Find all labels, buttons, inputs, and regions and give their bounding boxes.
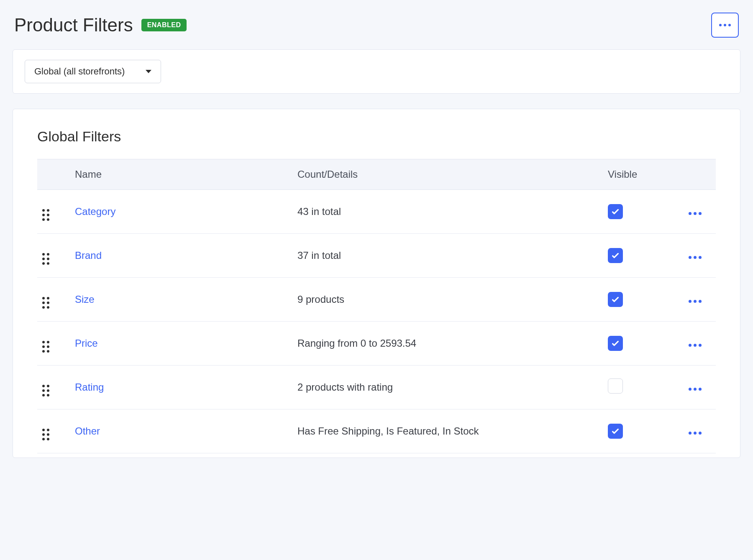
table-row: OtherHas Free Shipping, Is Featured, In … (37, 409, 716, 453)
col-name: Name (75, 159, 292, 190)
visible-checkbox[interactable] (608, 336, 623, 351)
visible-checkbox[interactable] (608, 424, 623, 439)
filter-name-link[interactable]: Size (75, 294, 95, 305)
filter-details: 2 products with rating (297, 381, 393, 393)
drag-handle-icon[interactable] (42, 297, 49, 309)
page-header: Product Filters ENABLED (13, 13, 740, 38)
visible-checkbox[interactable] (608, 204, 623, 219)
table-row: PriceRanging from 0 to 2593.54 (37, 322, 716, 366)
row-more-button[interactable] (689, 256, 702, 259)
drag-handle-icon[interactable] (42, 253, 49, 265)
caret-down-icon (146, 70, 151, 73)
col-actions (674, 159, 716, 190)
scope-card: Global (all storefronts) (13, 49, 740, 94)
check-icon (611, 295, 620, 304)
check-icon (611, 427, 620, 436)
table-row: Size9 products (37, 278, 716, 322)
check-icon (611, 207, 620, 216)
filters-table: Name Count/Details Visible Category43 in… (37, 159, 716, 453)
filter-details: Ranging from 0 to 2593.54 (297, 338, 416, 349)
scope-select-value: Global (all storefronts) (34, 66, 125, 77)
scope-select[interactable]: Global (all storefronts) (25, 60, 161, 83)
row-more-button[interactable] (689, 212, 702, 215)
row-more-button[interactable] (689, 388, 702, 391)
row-more-button[interactable] (689, 344, 702, 347)
filter-details: 43 in total (297, 206, 341, 217)
filter-name-link[interactable]: Brand (75, 250, 102, 261)
filter-details: 9 products (297, 294, 344, 305)
table-row: Category43 in total (37, 190, 716, 234)
visible-checkbox[interactable] (608, 248, 623, 263)
check-icon (611, 339, 620, 348)
visible-checkbox[interactable] (608, 292, 623, 307)
header-left: Product Filters ENABLED (14, 15, 187, 36)
filter-name-link[interactable]: Other (75, 425, 100, 437)
page-more-button[interactable] (711, 13, 739, 38)
visible-checkbox[interactable] (608, 378, 623, 394)
filters-panel: Global Filters Name Count/Details Visibl… (13, 109, 740, 458)
col-handle (37, 159, 75, 190)
drag-handle-icon[interactable] (42, 429, 49, 440)
row-more-button[interactable] (689, 300, 702, 303)
table-row: Rating2 products with rating (37, 366, 716, 409)
filter-details: 37 in total (297, 250, 341, 261)
check-icon (611, 251, 620, 260)
table-row: Brand37 in total (37, 234, 716, 278)
table-header-row: Name Count/Details Visible (37, 159, 716, 190)
more-icon (719, 24, 731, 26)
drag-handle-icon[interactable] (42, 341, 49, 353)
filter-name-link[interactable]: Category (75, 206, 115, 217)
drag-handle-icon[interactable] (42, 209, 49, 221)
row-more-button[interactable] (689, 432, 702, 435)
filter-name-link[interactable]: Price (75, 338, 98, 349)
col-details: Count/Details (292, 159, 603, 190)
page-title: Product Filters (14, 15, 133, 36)
filter-details: Has Free Shipping, Is Featured, In Stock (297, 425, 479, 437)
drag-handle-icon[interactable] (42, 385, 49, 396)
section-title: Global Filters (37, 128, 716, 145)
filter-name-link[interactable]: Rating (75, 381, 104, 393)
status-badge: ENABLED (141, 19, 187, 31)
col-visible: Visible (603, 159, 674, 190)
